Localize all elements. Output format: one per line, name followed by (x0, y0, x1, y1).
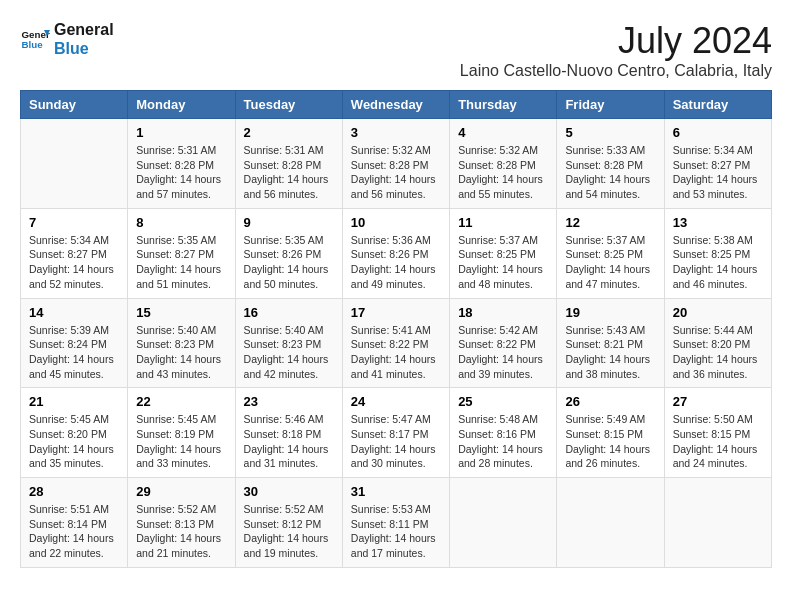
day-info: Sunrise: 5:35 AM Sunset: 8:26 PM Dayligh… (244, 233, 334, 292)
day-number: 14 (29, 305, 119, 320)
day-info: Sunrise: 5:39 AM Sunset: 8:24 PM Dayligh… (29, 323, 119, 382)
day-number: 19 (565, 305, 655, 320)
calendar-cell: 12Sunrise: 5:37 AM Sunset: 8:25 PM Dayli… (557, 208, 664, 298)
day-info: Sunrise: 5:34 AM Sunset: 8:27 PM Dayligh… (673, 143, 763, 202)
calendar-cell: 30Sunrise: 5:52 AM Sunset: 8:12 PM Dayli… (235, 478, 342, 568)
calendar-cell: 24Sunrise: 5:47 AM Sunset: 8:17 PM Dayli… (342, 388, 449, 478)
day-info: Sunrise: 5:52 AM Sunset: 8:12 PM Dayligh… (244, 502, 334, 561)
weekday-header: Thursday (450, 91, 557, 119)
calendar-cell: 27Sunrise: 5:50 AM Sunset: 8:15 PM Dayli… (664, 388, 771, 478)
day-number: 3 (351, 125, 441, 140)
calendar-week-row: 7Sunrise: 5:34 AM Sunset: 8:27 PM Daylig… (21, 208, 772, 298)
calendar-week-row: 21Sunrise: 5:45 AM Sunset: 8:20 PM Dayli… (21, 388, 772, 478)
calendar-cell: 21Sunrise: 5:45 AM Sunset: 8:20 PM Dayli… (21, 388, 128, 478)
calendar-cell (664, 478, 771, 568)
day-info: Sunrise: 5:45 AM Sunset: 8:20 PM Dayligh… (29, 412, 119, 471)
calendar-cell: 19Sunrise: 5:43 AM Sunset: 8:21 PM Dayli… (557, 298, 664, 388)
calendar-cell: 4Sunrise: 5:32 AM Sunset: 8:28 PM Daylig… (450, 119, 557, 209)
day-info: Sunrise: 5:46 AM Sunset: 8:18 PM Dayligh… (244, 412, 334, 471)
day-info: Sunrise: 5:35 AM Sunset: 8:27 PM Dayligh… (136, 233, 226, 292)
day-info: Sunrise: 5:37 AM Sunset: 8:25 PM Dayligh… (458, 233, 548, 292)
day-number: 16 (244, 305, 334, 320)
day-number: 4 (458, 125, 548, 140)
calendar-cell: 3Sunrise: 5:32 AM Sunset: 8:28 PM Daylig… (342, 119, 449, 209)
calendar-cell: 18Sunrise: 5:42 AM Sunset: 8:22 PM Dayli… (450, 298, 557, 388)
logo-icon: General Blue (20, 24, 50, 54)
day-number: 12 (565, 215, 655, 230)
day-number: 15 (136, 305, 226, 320)
day-info: Sunrise: 5:37 AM Sunset: 8:25 PM Dayligh… (565, 233, 655, 292)
calendar-cell (450, 478, 557, 568)
day-number: 17 (351, 305, 441, 320)
calendar-cell: 5Sunrise: 5:33 AM Sunset: 8:28 PM Daylig… (557, 119, 664, 209)
calendar-cell: 1Sunrise: 5:31 AM Sunset: 8:28 PM Daylig… (128, 119, 235, 209)
day-info: Sunrise: 5:42 AM Sunset: 8:22 PM Dayligh… (458, 323, 548, 382)
day-number: 24 (351, 394, 441, 409)
calendar-header: SundayMondayTuesdayWednesdayThursdayFrid… (21, 91, 772, 119)
day-info: Sunrise: 5:36 AM Sunset: 8:26 PM Dayligh… (351, 233, 441, 292)
day-number: 26 (565, 394, 655, 409)
day-number: 9 (244, 215, 334, 230)
weekday-header: Wednesday (342, 91, 449, 119)
day-number: 23 (244, 394, 334, 409)
calendar-cell: 14Sunrise: 5:39 AM Sunset: 8:24 PM Dayli… (21, 298, 128, 388)
day-info: Sunrise: 5:33 AM Sunset: 8:28 PM Dayligh… (565, 143, 655, 202)
calendar-cell: 20Sunrise: 5:44 AM Sunset: 8:20 PM Dayli… (664, 298, 771, 388)
weekday-header: Monday (128, 91, 235, 119)
logo-blue: Blue (54, 39, 114, 58)
day-number: 18 (458, 305, 548, 320)
day-info: Sunrise: 5:40 AM Sunset: 8:23 PM Dayligh… (244, 323, 334, 382)
month-title: July 2024 (460, 20, 772, 62)
calendar-cell: 7Sunrise: 5:34 AM Sunset: 8:27 PM Daylig… (21, 208, 128, 298)
day-number: 10 (351, 215, 441, 230)
day-info: Sunrise: 5:38 AM Sunset: 8:25 PM Dayligh… (673, 233, 763, 292)
day-number: 1 (136, 125, 226, 140)
day-number: 6 (673, 125, 763, 140)
calendar-cell: 11Sunrise: 5:37 AM Sunset: 8:25 PM Dayli… (450, 208, 557, 298)
location-title: Laino Castello-Nuovo Centro, Calabria, I… (460, 62, 772, 80)
svg-text:Blue: Blue (22, 39, 44, 50)
day-number: 22 (136, 394, 226, 409)
day-info: Sunrise: 5:45 AM Sunset: 8:19 PM Dayligh… (136, 412, 226, 471)
day-info: Sunrise: 5:32 AM Sunset: 8:28 PM Dayligh… (351, 143, 441, 202)
day-info: Sunrise: 5:44 AM Sunset: 8:20 PM Dayligh… (673, 323, 763, 382)
logo-general: General (54, 20, 114, 39)
day-info: Sunrise: 5:41 AM Sunset: 8:22 PM Dayligh… (351, 323, 441, 382)
calendar-week-row: 1Sunrise: 5:31 AM Sunset: 8:28 PM Daylig… (21, 119, 772, 209)
weekday-header: Tuesday (235, 91, 342, 119)
day-info: Sunrise: 5:34 AM Sunset: 8:27 PM Dayligh… (29, 233, 119, 292)
day-number: 2 (244, 125, 334, 140)
calendar-cell: 28Sunrise: 5:51 AM Sunset: 8:14 PM Dayli… (21, 478, 128, 568)
day-number: 21 (29, 394, 119, 409)
day-info: Sunrise: 5:31 AM Sunset: 8:28 PM Dayligh… (136, 143, 226, 202)
day-info: Sunrise: 5:43 AM Sunset: 8:21 PM Dayligh… (565, 323, 655, 382)
weekday-header: Sunday (21, 91, 128, 119)
day-number: 8 (136, 215, 226, 230)
calendar-cell: 13Sunrise: 5:38 AM Sunset: 8:25 PM Dayli… (664, 208, 771, 298)
day-number: 28 (29, 484, 119, 499)
calendar-cell: 23Sunrise: 5:46 AM Sunset: 8:18 PM Dayli… (235, 388, 342, 478)
day-number: 5 (565, 125, 655, 140)
logo: General Blue General Blue (20, 20, 114, 58)
day-number: 29 (136, 484, 226, 499)
calendar-cell: 25Sunrise: 5:48 AM Sunset: 8:16 PM Dayli… (450, 388, 557, 478)
calendar-cell: 16Sunrise: 5:40 AM Sunset: 8:23 PM Dayli… (235, 298, 342, 388)
page-header: General Blue General Blue July 2024 Lain… (20, 20, 772, 80)
day-number: 25 (458, 394, 548, 409)
calendar-cell: 6Sunrise: 5:34 AM Sunset: 8:27 PM Daylig… (664, 119, 771, 209)
day-number: 13 (673, 215, 763, 230)
day-number: 11 (458, 215, 548, 230)
calendar-cell: 10Sunrise: 5:36 AM Sunset: 8:26 PM Dayli… (342, 208, 449, 298)
day-info: Sunrise: 5:51 AM Sunset: 8:14 PM Dayligh… (29, 502, 119, 561)
day-number: 31 (351, 484, 441, 499)
day-info: Sunrise: 5:47 AM Sunset: 8:17 PM Dayligh… (351, 412, 441, 471)
day-info: Sunrise: 5:49 AM Sunset: 8:15 PM Dayligh… (565, 412, 655, 471)
calendar-cell: 26Sunrise: 5:49 AM Sunset: 8:15 PM Dayli… (557, 388, 664, 478)
day-info: Sunrise: 5:31 AM Sunset: 8:28 PM Dayligh… (244, 143, 334, 202)
calendar-cell: 29Sunrise: 5:52 AM Sunset: 8:13 PM Dayli… (128, 478, 235, 568)
calendar-week-row: 28Sunrise: 5:51 AM Sunset: 8:14 PM Dayli… (21, 478, 772, 568)
day-info: Sunrise: 5:32 AM Sunset: 8:28 PM Dayligh… (458, 143, 548, 202)
calendar-cell: 17Sunrise: 5:41 AM Sunset: 8:22 PM Dayli… (342, 298, 449, 388)
day-info: Sunrise: 5:48 AM Sunset: 8:16 PM Dayligh… (458, 412, 548, 471)
day-number: 7 (29, 215, 119, 230)
